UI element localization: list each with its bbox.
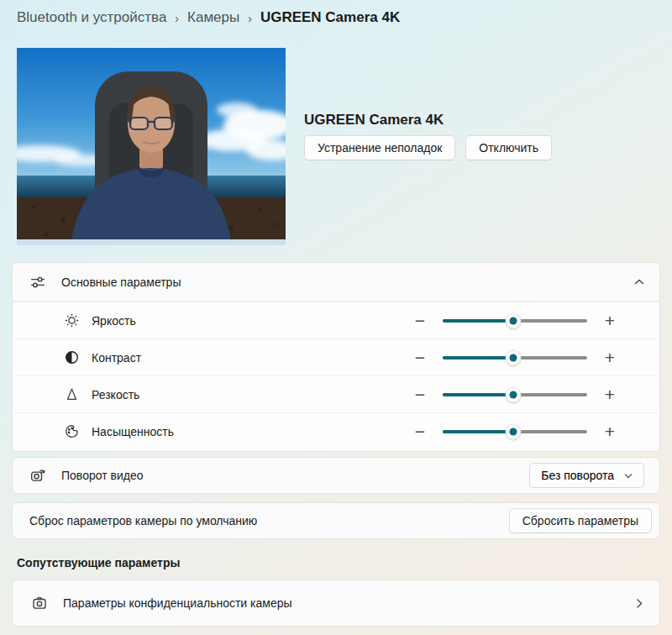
brightness-icon <box>63 313 80 328</box>
video-rotation-label: Поворот видео <box>61 469 529 482</box>
decrease-button[interactable]: − <box>409 308 431 333</box>
increase-button[interactable]: + <box>599 382 621 407</box>
video-rotation-card: Поворот видео Без поворота <box>12 457 660 494</box>
slider-track[interactable] <box>443 319 587 323</box>
sharpness-label: Резкость <box>92 388 409 401</box>
settings-sliders-icon <box>29 275 46 290</box>
slider-thumb[interactable] <box>506 349 522 365</box>
camera-preview-image <box>17 48 286 245</box>
breadcrumb-separator-icon: › <box>175 11 179 25</box>
collapse-chevron-up-icon[interactable] <box>634 279 644 286</box>
basic-settings-card: Основные параметры Яркость − + Контраст <box>12 262 660 452</box>
slider-track[interactable] <box>443 430 587 433</box>
slider-track[interactable] <box>443 356 587 359</box>
rotation-dropdown[interactable]: Без поворота <box>529 463 644 488</box>
slider-track[interactable] <box>443 393 587 396</box>
breadcrumb: Bluetooth и устройства › Камеры › UGREEN… <box>17 9 400 26</box>
slider-thumb[interactable] <box>506 423 522 439</box>
related-settings-heading: Сопутствующие параметры <box>17 556 180 569</box>
saturation-palette-icon <box>63 424 80 438</box>
contrast-icon <box>63 350 80 365</box>
saturation-slider: − + <box>409 419 621 444</box>
basic-settings-expander-header[interactable]: Основные параметры <box>13 263 659 302</box>
camera-privacy-label: Параметры конфиденциальности камеры <box>63 596 636 610</box>
decrease-button[interactable]: − <box>409 345 431 370</box>
decrease-button[interactable]: − <box>409 382 431 407</box>
troubleshoot-button[interactable]: Устранение неполадок <box>304 135 455 160</box>
breadcrumb-separator-icon: › <box>248 11 252 25</box>
breadcrumb-bluetooth-devices[interactable]: Bluetooth и устройства <box>17 9 166 26</box>
chevron-down-icon <box>624 473 633 479</box>
brightness-label: Яркость <box>92 314 409 328</box>
rotation-selected-value: Без поворота <box>541 469 614 482</box>
breadcrumb-cameras[interactable]: Камеры <box>187 9 239 26</box>
saturation-label: Насыщенность <box>92 425 409 438</box>
slider-thumb[interactable] <box>506 386 522 402</box>
reset-settings-label: Сброс параметров камеры по умолчанию <box>29 514 509 527</box>
disable-device-button[interactable]: Отключить <box>465 135 552 160</box>
increase-button[interactable]: + <box>599 419 621 444</box>
device-actions: Устранение неполадок Отключить <box>304 135 552 160</box>
brightness-row: Яркость − + <box>13 302 659 338</box>
chevron-right-icon <box>636 598 643 609</box>
contrast-label: Контраст <box>92 351 409 365</box>
sharpness-slider: − + <box>409 382 621 407</box>
decrease-button[interactable]: − <box>409 419 431 444</box>
device-title: UGREEN Camera 4K <box>304 112 444 129</box>
increase-button[interactable]: + <box>599 308 621 333</box>
reset-settings-button[interactable]: Сбросить параметры <box>509 508 652 533</box>
camera-privacy-settings-row[interactable]: Параметры конфиденциальности камеры <box>12 580 660 627</box>
contrast-row: Контраст − + <box>13 338 659 375</box>
contrast-slider: − + <box>409 345 621 370</box>
rotate-camera-icon <box>29 468 46 483</box>
basic-settings-title: Основные параметры <box>61 276 634 289</box>
sharpness-icon <box>63 387 80 401</box>
slider-thumb[interactable] <box>506 312 522 328</box>
breadcrumb-current-page: UGREEN Camera 4K <box>260 9 400 26</box>
camera-icon <box>31 596 48 611</box>
reset-settings-card: Сброс параметров камеры по умолчанию Сбр… <box>12 502 660 539</box>
brightness-slider: − + <box>409 308 621 333</box>
sharpness-row: Резкость − + <box>13 375 659 412</box>
saturation-row: Насыщенность − + <box>13 412 659 449</box>
increase-button[interactable]: + <box>599 345 621 370</box>
